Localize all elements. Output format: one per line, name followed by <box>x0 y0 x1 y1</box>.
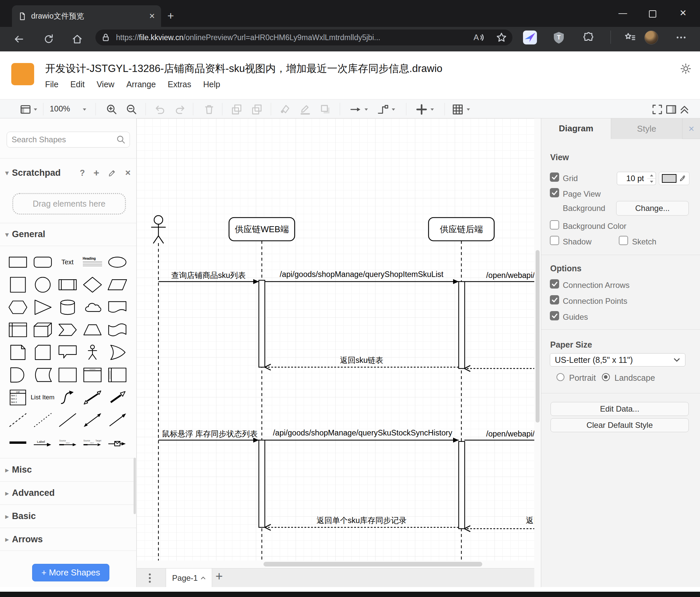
shape-triangle[interactable] <box>30 296 55 318</box>
shape-ellipse[interactable] <box>105 251 130 273</box>
shape-arrow-source-target-label[interactable]: SourcelabelTarget <box>80 431 105 454</box>
guides-checkbox[interactable] <box>550 311 559 320</box>
collections-icon[interactable] <box>624 32 636 43</box>
help-icon[interactable]: ? <box>80 168 85 178</box>
zoom-level[interactable]: 100% <box>50 104 70 114</box>
section-arrows[interactable]: ▸Arrows <box>0 528 136 551</box>
section-misc[interactable]: ▸Misc <box>0 458 136 481</box>
shape-container[interactable] <box>55 363 80 386</box>
chevron-down-icon[interactable] <box>33 108 38 112</box>
edit-pencil-icon[interactable] <box>108 168 117 177</box>
grid-color-button[interactable] <box>659 172 690 185</box>
chevron-down-icon[interactable] <box>82 108 87 112</box>
section-advanced[interactable]: ▸Advanced <box>0 481 136 504</box>
fullscreen-icon[interactable] <box>652 104 663 115</box>
shape-cylinder[interactable] <box>55 296 80 318</box>
tab-style[interactable]: Style <box>611 118 682 139</box>
shape-directional-connector[interactable] <box>105 409 130 431</box>
stepper-up-icon[interactable] <box>647 172 656 178</box>
theme-sun-icon[interactable] <box>680 63 691 74</box>
edit-data-button[interactable]: Edit Data... <box>551 402 689 416</box>
scratchpad-dropzone[interactable]: Drag elements here <box>12 193 126 215</box>
window-maximize-button[interactable] <box>649 10 656 18</box>
section-basic[interactable]: ▸Basic <box>0 504 136 528</box>
panel-close-icon[interactable]: × <box>682 118 700 139</box>
shape-note[interactable] <box>5 341 30 363</box>
shape-bidirectional-arrow[interactable] <box>80 386 105 409</box>
new-tab-button[interactable]: + <box>167 9 174 22</box>
shape-callout[interactable] <box>55 341 80 363</box>
grid-size-input[interactable]: 10 pt <box>617 172 648 185</box>
menu-extras[interactable]: Extras <box>168 79 191 89</box>
favorite-star-icon[interactable] <box>496 32 507 43</box>
eyedropper-icon[interactable] <box>679 174 686 183</box>
chevron-down-icon[interactable] <box>430 108 434 112</box>
shape-card[interactable] <box>30 341 55 363</box>
change-background-button[interactable]: Change... <box>616 201 689 216</box>
shape-link[interactable] <box>5 431 30 454</box>
pages-menu-icon[interactable] <box>147 572 153 584</box>
zoom-out-icon[interactable] <box>126 104 137 115</box>
clear-default-style-button[interactable]: Clear Default Style <box>551 418 689 432</box>
search-icon[interactable] <box>116 135 126 144</box>
grid-size-stepper[interactable] <box>647 172 656 185</box>
home-icon[interactable] <box>72 33 83 45</box>
shape-arrow-with-box[interactable] <box>105 431 130 454</box>
shape-dashed-line[interactable] <box>5 409 30 431</box>
shape-heading[interactable]: Heading <box>80 251 105 273</box>
shape-actor[interactable] <box>80 341 105 363</box>
shape-list-item[interactable]: List Item <box>30 386 55 409</box>
refresh-icon[interactable] <box>43 33 54 45</box>
shape-cube[interactable] <box>30 318 55 341</box>
shape-arrow[interactable] <box>105 386 130 409</box>
zoom-in-icon[interactable] <box>106 104 117 115</box>
diagram-canvas[interactable]: 供应链WEB端供应链后端查询店铺商品sku列表/api/goods/shopMa… <box>136 118 534 560</box>
stepper-down-icon[interactable] <box>647 178 656 185</box>
add-icon[interactable]: + <box>94 167 99 178</box>
shape-tape[interactable] <box>105 318 130 341</box>
extensions-puzzle-icon[interactable] <box>582 32 593 43</box>
table-icon[interactable] <box>452 104 464 115</box>
shape-arrow-source-label[interactable]: Sourcelabel <box>55 431 80 454</box>
tab-diagram[interactable]: Diagram <box>541 118 611 139</box>
undo-icon[interactable] <box>154 104 166 115</box>
address-bar[interactable]: https://file.kkview.cn/onlinePreview?url… <box>96 29 512 45</box>
menu-help[interactable]: Help <box>203 79 220 89</box>
more-shapes-button[interactable]: + More Shapes <box>32 564 109 581</box>
scratchpad-header[interactable]: ▾ Scratchpad ? + × <box>0 164 136 182</box>
shape-internal-storage[interactable] <box>5 318 30 341</box>
browser-tab[interactable]: drawio文件预览 ✕ <box>12 5 161 27</box>
tampermonkey-shield-icon[interactable]: T <box>552 30 566 44</box>
shape-text[interactable]: Text <box>55 251 80 273</box>
shape-curve[interactable] <box>55 386 80 409</box>
shape-cloud[interactable] <box>80 296 105 318</box>
shape-arrow-with-label[interactable]: Label <box>30 431 55 454</box>
menu-file[interactable]: File <box>45 79 58 89</box>
vertical-scrollbar[interactable] <box>535 250 540 423</box>
shape-or[interactable] <box>105 341 130 363</box>
shape-and[interactable] <box>5 363 30 386</box>
settings-ellipsis-icon[interactable] <box>675 32 687 43</box>
back-icon[interactable] <box>13 33 25 45</box>
shape-parallelogram[interactable] <box>105 273 130 296</box>
shape-list[interactable]: ListItem 1Item 2Item 3 <box>5 386 30 409</box>
profile-avatar[interactable] <box>644 30 658 44</box>
shape-process[interactable] <box>55 273 80 296</box>
sidebar-scrollbar[interactable] <box>133 458 136 514</box>
section-general[interactable]: ▾ General <box>0 223 136 246</box>
sketch-checkbox[interactable] <box>619 236 628 245</box>
read-aloud-icon[interactable]: A <box>473 32 484 43</box>
grid-checkbox[interactable] <box>550 172 559 182</box>
menu-arrange[interactable]: Arrange <box>126 79 156 89</box>
shape-step[interactable] <box>55 318 80 341</box>
shape-trapezoid[interactable] <box>80 318 105 341</box>
shape-diamond[interactable] <box>80 273 105 296</box>
line-color-icon[interactable] <box>300 104 311 115</box>
shape-line[interactable] <box>55 409 80 431</box>
page-view-checkbox[interactable] <box>550 188 559 197</box>
shadow-checkbox[interactable] <box>550 236 559 245</box>
search-box[interactable] <box>7 132 130 148</box>
horizontal-scrollbar[interactable] <box>264 562 482 567</box>
connection-points-checkbox[interactable] <box>550 295 559 305</box>
chevron-down-icon[interactable] <box>391 108 396 112</box>
